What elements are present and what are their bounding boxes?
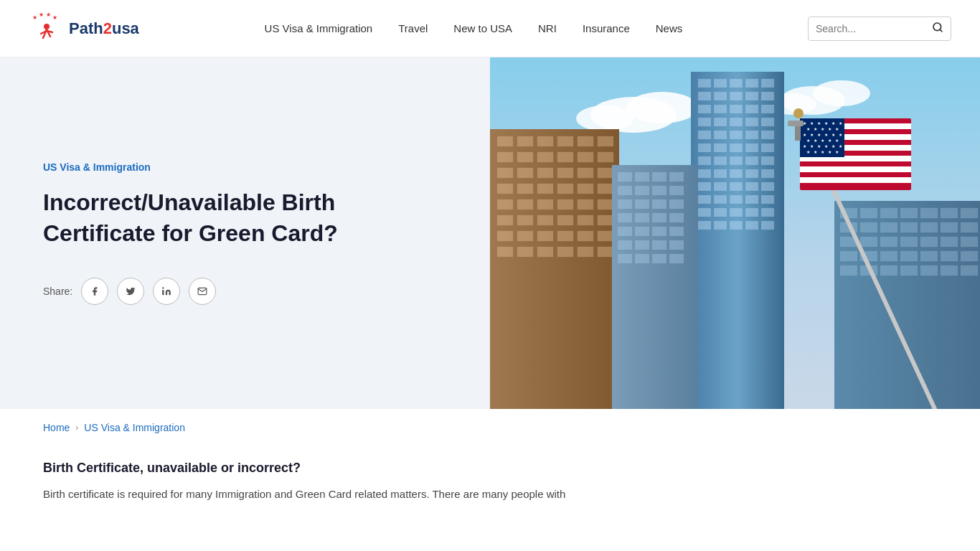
svg-rect-60: [761, 169, 774, 178]
svg-rect-192: [920, 265, 938, 276]
svg-rect-133: [652, 172, 666, 182]
svg-rect-170: [900, 222, 918, 232]
nav-insurance[interactable]: Insurance: [583, 22, 630, 34]
svg-rect-99: [598, 168, 613, 178]
svg-text:★: ★: [817, 121, 821, 126]
svg-text:★: ★: [814, 127, 817, 131]
facebook-icon: [90, 286, 100, 296]
svg-rect-55: [761, 156, 774, 165]
svg-rect-39: [745, 118, 758, 126]
svg-rect-112: [497, 215, 513, 225]
svg-rect-145: [652, 213, 666, 222]
svg-rect-147: [618, 227, 632, 236]
twitter-share-button[interactable]: [117, 278, 144, 305]
svg-rect-238: [788, 121, 804, 126]
svg-rect-37: [714, 118, 727, 126]
svg-rect-88: [497, 152, 513, 162]
nav-visa[interactable]: US Visa & Immigration: [265, 22, 373, 34]
svg-rect-180: [961, 237, 978, 247]
svg-point-196: [793, 108, 804, 118]
svg-rect-101: [517, 184, 533, 194]
svg-text:★: ★: [817, 133, 821, 137]
main-nav: US Visa & Immigration Travel New to USA …: [265, 22, 683, 34]
search-input[interactable]: [816, 23, 928, 34]
svg-rect-122: [578, 231, 593, 241]
svg-rect-134: [669, 172, 684, 182]
search-area: [808, 17, 951, 41]
svg-rect-105: [598, 184, 613, 194]
svg-rect-54: [745, 156, 758, 165]
svg-rect-94: [497, 168, 513, 178]
content-section-title: Birth Certificate, unavailable or incorr…: [43, 461, 603, 476]
header: ★ ★ ★ ★ Path2usa US Visa & Immigration T…: [0, 0, 980, 57]
svg-rect-158: [669, 254, 684, 263]
svg-rect-97: [557, 168, 573, 178]
svg-rect-50: [761, 143, 774, 152]
svg-rect-176: [880, 237, 897, 247]
hero-left: US Visa & Immigration Incorrect/Unavaila…: [0, 57, 490, 409]
svg-rect-104: [578, 184, 593, 194]
search-icon: [932, 22, 943, 33]
svg-rect-183: [880, 251, 897, 261]
hero-category[interactable]: US Visa & Immigration: [43, 161, 447, 173]
svg-rect-103: [557, 184, 573, 194]
svg-rect-95: [517, 168, 533, 178]
svg-text:★: ★: [835, 150, 839, 154]
svg-rect-193: [941, 265, 958, 276]
breadcrumb-home[interactable]: Home: [43, 422, 70, 433]
svg-rect-118: [497, 231, 513, 241]
linkedin-share-button[interactable]: [153, 278, 180, 305]
svg-rect-49: [745, 143, 758, 152]
svg-rect-164: [920, 208, 938, 218]
search-button[interactable]: [932, 22, 943, 36]
svg-rect-78: [730, 221, 743, 230]
facebook-share-button[interactable]: [81, 278, 108, 305]
logo-text-path: Path: [69, 19, 103, 37]
svg-rect-72: [714, 208, 727, 217]
svg-text:★: ★: [839, 133, 842, 137]
svg-text:★: ★: [817, 144, 821, 149]
svg-rect-155: [618, 254, 632, 263]
svg-rect-32: [714, 105, 727, 113]
svg-rect-43: [730, 131, 743, 139]
svg-rect-70: [761, 195, 774, 204]
svg-rect-45: [761, 131, 774, 139]
svg-rect-62: [714, 182, 727, 191]
svg-rect-123: [598, 231, 613, 241]
svg-point-12: [162, 287, 164, 288]
svg-rect-151: [618, 240, 632, 250]
svg-rect-132: [635, 172, 649, 182]
svg-rect-149: [652, 227, 666, 236]
svg-text:★: ★: [52, 14, 57, 21]
svg-rect-127: [557, 247, 573, 257]
email-icon: [197, 286, 207, 296]
svg-rect-177: [900, 237, 918, 247]
svg-rect-47: [714, 143, 727, 152]
nav-travel[interactable]: Travel: [398, 22, 428, 34]
svg-rect-76: [698, 221, 711, 230]
svg-rect-22: [714, 79, 727, 88]
svg-rect-120: [537, 231, 553, 241]
nav-new-usa[interactable]: New to USA: [453, 22, 512, 34]
svg-rect-102: [537, 184, 553, 194]
svg-text:★: ★: [835, 127, 839, 131]
svg-rect-202: [800, 166, 911, 172]
svg-rect-68: [730, 195, 743, 204]
svg-text:★: ★: [46, 11, 51, 18]
svg-text:★: ★: [824, 144, 828, 149]
svg-text:★: ★: [828, 138, 831, 143]
svg-rect-89: [517, 152, 533, 162]
email-share-button[interactable]: [189, 278, 216, 305]
svg-text:★: ★: [806, 150, 810, 154]
svg-rect-175: [860, 237, 877, 247]
breadcrumb-current[interactable]: US Visa & Immigration: [84, 422, 185, 433]
svg-rect-153: [652, 240, 666, 250]
svg-point-18: [813, 80, 870, 106]
svg-rect-126: [537, 247, 553, 257]
svg-rect-82: [497, 136, 513, 146]
svg-text:★: ★: [39, 11, 44, 18]
nav-nri[interactable]: NRI: [538, 22, 557, 34]
svg-text:★: ★: [821, 150, 824, 154]
logo[interactable]: ★ ★ ★ ★ Path2usa: [29, 11, 139, 47]
nav-news[interactable]: News: [656, 22, 683, 34]
